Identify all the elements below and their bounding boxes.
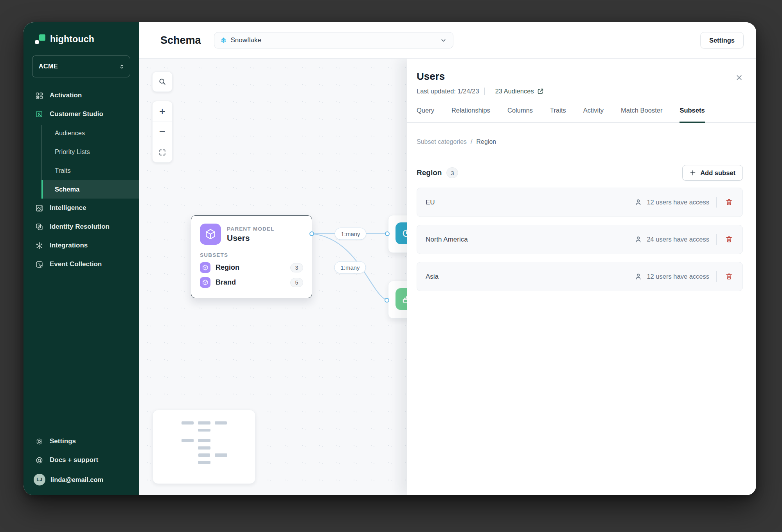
canvas-search-button[interactable] bbox=[152, 72, 173, 92]
add-subset-button[interactable]: Add subset bbox=[682, 165, 743, 181]
event-collection-icon bbox=[35, 260, 43, 269]
subset-row-eu[interactable]: EU 12 users have access bbox=[417, 188, 743, 217]
row-divider bbox=[716, 234, 717, 245]
sidebar-item-customer-studio[interactable]: Customer Studio bbox=[23, 105, 139, 124]
sidebar-item-event-collection[interactable]: Event Collection bbox=[23, 255, 139, 274]
sidebar-item-audiences[interactable]: Audiences bbox=[41, 124, 139, 142]
user-icon bbox=[634, 272, 642, 281]
tab-match-booster[interactable]: Match Booster bbox=[621, 107, 662, 123]
sidebar-item-label: Event Collection bbox=[50, 260, 102, 268]
sidebar-item-integrations[interactable]: Integrations bbox=[23, 236, 139, 255]
subset-section-header: Region 3 Add subset bbox=[417, 165, 743, 181]
identity-resolution-icon bbox=[35, 223, 43, 231]
sidebar-item-docs-support[interactable]: Docs + support bbox=[23, 451, 139, 469]
lifebuoy-icon bbox=[35, 456, 43, 464]
sidebar: hightouch ACME Activation Customer Studi… bbox=[23, 22, 139, 495]
canvas-zoom-controls: + − bbox=[152, 101, 173, 163]
tab-activity[interactable]: Activity bbox=[583, 107, 604, 123]
settings-button[interactable]: Settings bbox=[700, 32, 744, 48]
sidebar-item-settings[interactable]: Settings bbox=[23, 432, 139, 451]
delete-subset-button[interactable] bbox=[723, 197, 735, 208]
customer-studio-subnav: Audiences Priority Lists Traits Schema bbox=[41, 124, 139, 199]
plus-icon bbox=[690, 170, 696, 176]
subset-access: 12 users have access bbox=[634, 198, 709, 206]
intelligence-icon bbox=[35, 204, 43, 212]
subset-row-north-america[interactable]: North America 24 users have access bbox=[417, 225, 743, 254]
panel-meta: Last updated: 1/24/23 23 Audiences bbox=[417, 88, 743, 95]
sidebar-item-label: Intelligence bbox=[50, 204, 86, 212]
add-subset-label: Add subset bbox=[700, 169, 735, 177]
minimap-node-bar bbox=[198, 421, 210, 425]
avatar: LJ bbox=[34, 474, 45, 485]
chevron-updown-icon bbox=[119, 64, 125, 70]
subset-category-title: Region bbox=[417, 168, 442, 177]
access-count-text: 12 users have access bbox=[647, 273, 709, 280]
model-cube-icon bbox=[200, 224, 221, 245]
app-window: hightouch ACME Activation Customer Studi… bbox=[23, 22, 756, 495]
topbar: Schema ❄ Snowflake Settings bbox=[139, 22, 756, 59]
subset-name: EU bbox=[426, 199, 435, 206]
fullscreen-icon bbox=[158, 149, 166, 156]
sidebar-item-label: Identity Resolution bbox=[50, 223, 110, 231]
subset-row-asia[interactable]: Asia 12 users have access bbox=[417, 262, 743, 291]
parent-model-header: PARENT MODEL Users bbox=[200, 224, 303, 245]
user-account-row[interactable]: LJ linda@email.com bbox=[23, 469, 139, 490]
parent-model-node[interactable]: PARENT MODEL Users SUBSETS Region 3 bbox=[191, 215, 312, 298]
model-detail-panel: Users Last updated: 1/24/23 23 Audiences… bbox=[407, 59, 756, 495]
zoom-out-button[interactable]: − bbox=[153, 122, 172, 142]
sidebar-item-label: Integrations bbox=[50, 242, 88, 249]
footer-item-label: Docs + support bbox=[50, 456, 98, 464]
subset-name: North America bbox=[426, 236, 468, 244]
minimap-node-bar bbox=[182, 439, 194, 442]
sidebar-item-activation[interactable]: Activation bbox=[23, 86, 139, 105]
sidebar-item-intelligence[interactable]: Intelligence bbox=[23, 199, 139, 217]
node-title: Users bbox=[227, 233, 275, 243]
node-subset-name: Brand bbox=[216, 278, 236, 287]
sub-item-label: Schema bbox=[55, 186, 79, 193]
subset-cube-icon bbox=[200, 277, 210, 288]
node-subset-row-region[interactable]: Region 3 bbox=[200, 262, 303, 273]
access-count-text: 24 users have access bbox=[647, 236, 709, 243]
workspace-selector[interactable]: ACME bbox=[32, 56, 130, 77]
gear-icon bbox=[35, 437, 43, 446]
tab-traits[interactable]: Traits bbox=[550, 107, 566, 123]
sub-item-label: Audiences bbox=[55, 129, 85, 137]
node-subset-row-brand[interactable]: Brand 5 bbox=[200, 277, 303, 288]
page-title: Schema bbox=[160, 34, 201, 47]
edge-cardinality-label: 1:many bbox=[334, 262, 366, 274]
close-panel-button[interactable] bbox=[733, 72, 744, 83]
sub-item-label: Traits bbox=[55, 167, 71, 174]
canvas-minimap[interactable] bbox=[153, 410, 255, 484]
tab-relationships[interactable]: Relationships bbox=[451, 107, 490, 123]
sidebar-item-label: Activation bbox=[50, 91, 82, 99]
external-link-icon bbox=[537, 88, 544, 95]
desktop-background: hightouch ACME Activation Customer Studi… bbox=[0, 0, 782, 532]
subset-cube-icon bbox=[200, 262, 210, 273]
audiences-link[interactable]: 23 Audiences bbox=[495, 88, 544, 95]
subset-access: 24 users have access bbox=[634, 235, 709, 244]
sidebar-item-traits[interactable]: Traits bbox=[41, 161, 139, 180]
trash-icon bbox=[725, 235, 733, 244]
tab-columns[interactable]: Columns bbox=[507, 107, 533, 123]
user-icon bbox=[634, 198, 642, 206]
sidebar-item-priority-lists[interactable]: Priority Lists bbox=[41, 142, 139, 161]
activation-icon bbox=[35, 91, 43, 100]
tab-query[interactable]: Query bbox=[417, 107, 434, 123]
delete-subset-button[interactable] bbox=[723, 271, 735, 283]
source-name: Snowflake bbox=[230, 36, 261, 44]
fit-view-button[interactable] bbox=[153, 142, 172, 162]
panel-tabs: Query Relationships Columns Traits Activ… bbox=[407, 107, 756, 123]
sidebar-item-identity-resolution[interactable]: Identity Resolution bbox=[23, 217, 139, 236]
breadcrumb-parent[interactable]: Subset categories bbox=[417, 138, 467, 145]
edge-cardinality-label: 1:many bbox=[334, 228, 366, 240]
integrations-icon bbox=[35, 242, 43, 250]
delete-subset-button[interactable] bbox=[723, 234, 735, 245]
sidebar-item-schema[interactable]: Schema bbox=[41, 180, 139, 199]
audiences-link-label: 23 Audiences bbox=[495, 88, 534, 95]
source-selector[interactable]: ❄ Snowflake bbox=[214, 32, 453, 48]
snowflake-icon: ❄ bbox=[221, 37, 227, 44]
zoom-in-button[interactable]: + bbox=[153, 101, 172, 122]
subset-name: Asia bbox=[426, 273, 439, 281]
search-icon bbox=[158, 77, 167, 86]
tab-subsets[interactable]: Subsets bbox=[680, 107, 705, 123]
